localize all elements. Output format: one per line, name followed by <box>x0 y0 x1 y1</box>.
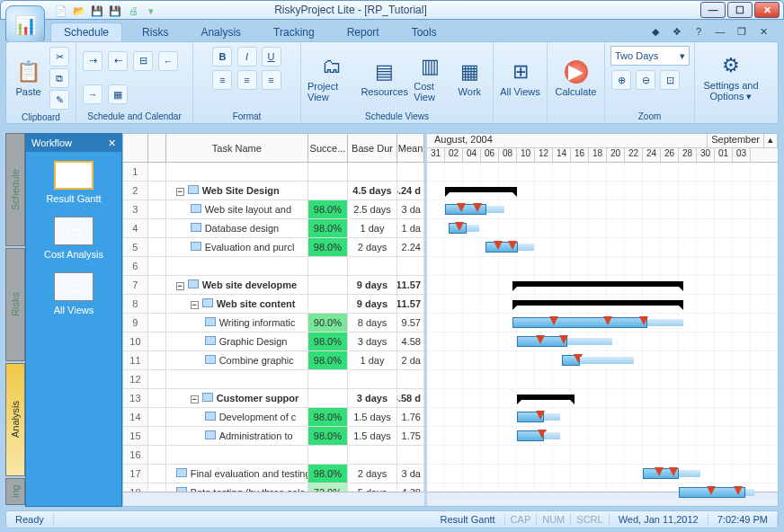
cost-view-button[interactable]: ▥Cost View <box>413 48 448 109</box>
cell-duration[interactable]: 1 day <box>348 351 398 369</box>
cell-mean[interactable]: 1.76 <box>397 408 424 426</box>
cell-mean[interactable] <box>397 370 424 388</box>
calculate-button[interactable]: ▶Calculate <box>553 48 599 109</box>
cell-duration[interactable] <box>348 163 398 181</box>
row-number[interactable]: 16 <box>123 446 148 464</box>
cell-duration[interactable]: 8 days <box>348 314 398 332</box>
ribbon-tab-report[interactable]: Report <box>334 23 392 41</box>
gantt-task-bar[interactable] <box>517 412 544 422</box>
zoom-level-select[interactable]: Two Days ▾ <box>610 46 690 66</box>
cell-mean[interactable] <box>397 446 424 464</box>
table-row[interactable]: 16 <box>123 446 424 465</box>
grid-horizontal-scrollbar[interactable] <box>123 492 424 506</box>
save-icon[interactable]: 💾 <box>90 4 104 18</box>
cell-mean[interactable] <box>397 257 424 275</box>
cell-success[interactable] <box>308 446 348 464</box>
ribbon-tab-schedule[interactable]: Schedule <box>50 22 122 41</box>
gantt-task-bar[interactable] <box>449 223 467 234</box>
help-icon[interactable]: ? <box>690 23 707 40</box>
mdi-minimize-icon[interactable]: — <box>712 23 728 40</box>
grid-body[interactable]: 12−Web Site Design4.5 days5.24 d3Web sit… <box>123 163 424 492</box>
help-topics-icon[interactable]: ❖ <box>669 23 685 40</box>
cell-mean[interactable]: 3.58 d <box>397 389 424 407</box>
table-row[interactable]: 12 <box>123 370 424 389</box>
gantt-task-bar[interactable] <box>643 468 679 479</box>
paste-button[interactable]: 📋 Paste <box>12 48 45 109</box>
cell-duration[interactable]: 9 days <box>348 276 398 294</box>
cell-duration[interactable]: 4.5 days <box>348 182 398 200</box>
vtab-risks[interactable]: Risks <box>5 248 25 361</box>
cell-task-name[interactable]: Database design <box>166 219 308 237</box>
cell-success[interactable]: 98.0% <box>308 427 348 445</box>
cell-duration[interactable] <box>348 257 398 275</box>
project-view-button[interactable]: 🗂Project View <box>307 48 356 109</box>
align-left-icon[interactable]: ≡ <box>212 70 232 90</box>
cell-task-name[interactable]: Combine graphic <box>166 351 308 369</box>
table-row[interactable]: 8−Web site content9 days11.57 <box>123 295 424 314</box>
table-row[interactable]: 15Administration to98.0%1.5 days1.75 <box>123 427 424 446</box>
table-row[interactable]: 1 <box>123 163 424 182</box>
collapse-icon[interactable]: − <box>191 395 199 403</box>
table-row[interactable]: 9Writing informatic90.0%8 days9.57 <box>123 314 424 332</box>
cell-mean[interactable]: 4.38 <box>397 483 424 492</box>
gantt-task-bar[interactable] <box>517 336 567 347</box>
app-menu-button[interactable]: 📊 <box>5 5 45 45</box>
cell-mean[interactable]: 3 da <box>397 465 424 483</box>
cell-success[interactable]: 90.0% <box>308 314 348 332</box>
cell-task-name[interactable]: −Customer suppor <box>166 389 308 407</box>
cell-mean[interactable]: 5.24 d <box>397 182 424 200</box>
table-row[interactable]: 5Evaluation and purcl98.0%2 days2.24 <box>123 238 424 257</box>
table-row[interactable]: 18Beta testing (by three sele72.0%5 days… <box>123 483 424 492</box>
unlink-tasks-icon[interactable]: ⇠ <box>108 51 128 71</box>
grid-header-taskname[interactable]: Task Name <box>166 134 309 162</box>
table-row[interactable]: 7−Web site developme9 days11.57 <box>123 276 424 295</box>
settings-button[interactable]: ⚙ Settings and Options ▾ <box>700 48 762 109</box>
ribbon-tab-tracking[interactable]: Tracking <box>261 23 327 41</box>
gantt-task-bar[interactable] <box>512 317 647 328</box>
cell-mean[interactable] <box>397 163 424 181</box>
row-number[interactable]: 2 <box>123 182 148 200</box>
gantt-task-bar[interactable] <box>562 355 580 366</box>
row-number[interactable]: 4 <box>123 219 148 237</box>
cell-task-name[interactable]: Evaluation and purcl <box>166 238 308 256</box>
ribbon-tab-risks[interactable]: Risks <box>129 23 181 41</box>
row-number[interactable]: 9 <box>123 314 148 332</box>
workflow-item[interactable]: ▭Result Gantt <box>46 161 101 204</box>
cell-mean[interactable]: 4.58 <box>397 332 424 350</box>
gantt-task-bar[interactable] <box>486 242 518 253</box>
ribbon-tab-analysis[interactable]: Analysis <box>188 23 254 41</box>
grid-header-success[interactable]: Succe... <box>308 134 348 162</box>
cell-success[interactable]: 72.0% <box>308 483 348 492</box>
cell-mean[interactable]: 3 da <box>397 200 424 218</box>
row-number[interactable]: 6 <box>123 257 148 275</box>
cell-task-name[interactable]: −Web Site Design <box>166 182 308 200</box>
cell-task-name[interactable]: Web site layout and <box>166 200 308 218</box>
cell-mean[interactable]: 1 da <box>397 219 424 237</box>
cell-task-name[interactable] <box>166 257 308 275</box>
cell-duration[interactable]: 1.5 days <box>348 427 398 445</box>
cell-duration[interactable] <box>348 446 398 464</box>
row-number[interactable]: 14 <box>123 408 148 426</box>
help-style-icon[interactable]: ◆ <box>647 23 664 40</box>
cell-task-name[interactable]: −Web site developme <box>166 276 308 294</box>
row-number[interactable]: 5 <box>123 238 148 256</box>
table-row[interactable]: 3Web site layout and98.0%2.5 days3 da <box>123 200 424 219</box>
cell-success[interactable] <box>308 163 348 181</box>
window-maximize-button[interactable]: ☐ <box>727 2 753 18</box>
cell-duration[interactable]: 3 days <box>348 332 398 350</box>
cell-success[interactable]: 98.0% <box>308 465 348 483</box>
open-icon[interactable]: 📂 <box>72 4 86 18</box>
gantt-task-bar[interactable] <box>517 430 544 441</box>
cell-task-name[interactable]: Final evaluation and testing <box>166 465 308 483</box>
cell-success[interactable]: 98.0% <box>308 219 348 237</box>
row-number[interactable]: 11 <box>123 351 148 369</box>
cell-duration[interactable]: 2 days <box>348 465 398 483</box>
print-icon[interactable]: 🖨 <box>126 4 140 18</box>
table-row[interactable]: 10Graphic Design98.0%3 days4.58 <box>123 332 424 351</box>
gantt-body[interactable] <box>427 163 778 492</box>
calendar-icon[interactable]: ▦ <box>108 84 128 104</box>
vtab-schedule[interactable]: Schedule <box>5 133 25 246</box>
gantt-summary-bar[interactable] <box>445 187 517 192</box>
cell-success[interactable] <box>308 276 348 294</box>
window-close-button[interactable]: ✕ <box>754 2 780 18</box>
